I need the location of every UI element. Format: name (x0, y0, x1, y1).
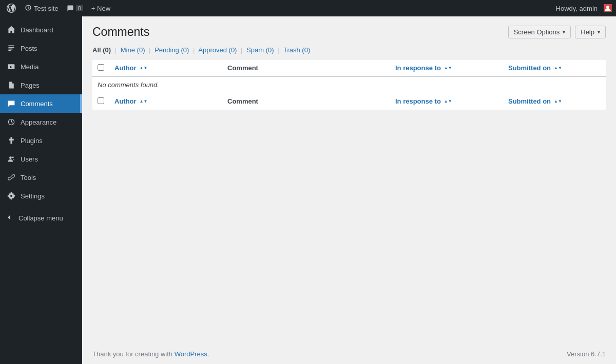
comments-table: Author ▲▼ Comment In response to ▲▼ (92, 60, 606, 110)
new-label: + New (91, 5, 110, 12)
sidebar-item-comments[interactable]: Comments (0, 94, 82, 113)
select-all-checkbox[interactable] (98, 64, 104, 71)
users-icon (6, 154, 16, 164)
footer-checkbox-col (92, 93, 109, 110)
table-header-row: Author ▲▼ Comment In response to ▲▼ (92, 60, 606, 77)
sidebar-label-tools: Tools (21, 174, 36, 181)
footer-response-col: In response to ▲▼ (390, 93, 503, 110)
sidebar-item-posts[interactable]: Posts (0, 39, 82, 57)
sidebar-item-tools[interactable]: Tools (0, 168, 82, 187)
adminbar-new[interactable]: + New (87, 0, 114, 16)
sidebar-item-users[interactable]: Users (0, 150, 82, 168)
filter-pending-link[interactable]: Pending (0) (155, 46, 191, 54)
howdy-text[interactable]: Howdy, admin (552, 5, 602, 12)
wp-link[interactable]: WordPress. (175, 350, 209, 358)
adminbar-comments[interactable]: 0 (63, 0, 87, 16)
sidebar-item-plugins[interactable]: Plugins (0, 131, 82, 150)
sidebar-item-settings[interactable]: Settings (0, 187, 82, 205)
footer-submitted-col: Submitted on ▲▼ (503, 93, 606, 110)
site-icon (25, 4, 32, 13)
wp-logo[interactable] (4, 0, 18, 16)
help-button[interactable]: Help ▾ (575, 26, 606, 38)
svg-point-5 (10, 195, 12, 197)
sidebar-label-users: Users (21, 155, 38, 163)
sidebar-item-media[interactable]: Media (0, 57, 82, 76)
filter-spam-link[interactable]: Spam (0) (246, 46, 276, 54)
comments-count: 0 (76, 5, 83, 11)
submitted-sort-arrows: ▲▼ (554, 66, 562, 70)
sort-submitted-footer-link[interactable]: Submitted on ▲▼ (508, 97, 601, 105)
adminbar-right: Howdy, admin (552, 4, 612, 12)
pages-icon (6, 80, 16, 90)
posts-icon (6, 43, 16, 53)
top-buttons: Screen Options ▾ Help ▾ (508, 26, 606, 38)
sidebar-item-appearance[interactable]: Appearance (0, 113, 82, 131)
svg-point-4 (12, 156, 14, 158)
filter-all-label[interactable]: All (0) (92, 46, 113, 54)
footer-version: Version 6.7.1 (567, 350, 606, 358)
footer-author-col: Author ▲▼ (109, 93, 222, 110)
sidebar-label-pages: Pages (21, 82, 40, 89)
footer-submitted-label: Submitted on (508, 97, 551, 105)
footer-thanks: Thank you for creating with WordPress. (92, 350, 209, 358)
screen-options-chevron: ▾ (563, 29, 565, 35)
submitted-col-label: Submitted on (508, 64, 551, 72)
appearance-icon (6, 117, 16, 127)
help-label: Help (581, 28, 594, 36)
page-title: Comments (92, 25, 149, 40)
sidebar-label-appearance: Appearance (21, 118, 56, 126)
select-all-footer-checkbox[interactable] (98, 97, 104, 104)
filter-approved-link[interactable]: Approved (0) (198, 46, 239, 54)
sidebar-label-media: Media (21, 63, 38, 71)
sort-response-footer-link[interactable]: In response to ▲▼ (395, 97, 498, 105)
sidebar-label-dashboard: Dashboard (21, 26, 53, 34)
top-bar: Comments Screen Options ▾ Help ▾ (92, 25, 606, 40)
sidebar-label-posts: Posts (21, 45, 37, 52)
sidebar-label-plugins: Plugins (21, 137, 43, 145)
footer-response-arrows: ▲▼ (444, 99, 452, 104)
filter-trash-link[interactable]: Trash (0) (283, 46, 310, 54)
admin-avatar[interactable] (604, 4, 612, 12)
footer-author-arrows: ▲▼ (140, 99, 148, 104)
footer-response-label: In response to (395, 97, 441, 105)
header-submitted-col: Submitted on ▲▼ (503, 60, 606, 77)
sidebar-item-pages[interactable]: Pages (0, 76, 82, 94)
response-col-label: In response to (395, 64, 441, 72)
main-content: Comments Screen Options ▾ Help ▾ All (0 (82, 16, 616, 364)
content-wrap: Comments Screen Options ▾ Help ▾ All (0 (82, 16, 616, 344)
empty-message: No comments found. (92, 76, 606, 93)
sidebar-item-dashboard[interactable]: Dashboard (0, 21, 82, 39)
author-col-label: Author (114, 64, 137, 72)
settings-icon (6, 191, 16, 201)
admin-menu: Dashboard Posts Media Pages Comments (0, 16, 82, 364)
footer-submitted-arrows: ▲▼ (554, 99, 562, 104)
comments-icon (6, 98, 16, 109)
plugins-icon (6, 135, 16, 146)
table-row-empty: No comments found. (92, 76, 606, 93)
screen-options-label: Screen Options (514, 28, 560, 36)
sidebar-label-comments: Comments (21, 100, 53, 108)
dashboard-icon (6, 25, 16, 35)
wp-footer: Thank you for creating with WordPress. V… (82, 344, 616, 364)
admin-bar: Test site 0 + New Howdy, admin (0, 0, 616, 16)
header-response-col: In response to ▲▼ (390, 60, 503, 77)
filter-mine-link[interactable]: Mine (0) (121, 46, 147, 54)
sort-submitted-link[interactable]: Submitted on ▲▼ (508, 64, 601, 72)
header-checkbox-col (92, 60, 109, 77)
footer-comment-col: Comment (222, 93, 390, 110)
footer-comment-label: Comment (227, 97, 258, 105)
collapse-label: Collapse menu (18, 214, 63, 222)
adminbar-site[interactable]: Test site (21, 0, 63, 16)
collapse-menu[interactable]: Collapse menu (0, 209, 82, 227)
tools-icon (6, 172, 16, 183)
table-footer-row: Author ▲▼ Comment In response to ▲▼ (92, 93, 606, 110)
screen-options-button[interactable]: Screen Options ▾ (508, 26, 571, 38)
sort-response-link[interactable]: In response to ▲▼ (395, 64, 498, 72)
response-sort-arrows: ▲▼ (444, 66, 452, 70)
header-author-col: Author ▲▼ (109, 60, 222, 77)
filter-bar: All (0) | Mine (0) | Pending (0) | Appro… (92, 46, 606, 54)
sort-author-footer-link[interactable]: Author ▲▼ (114, 97, 217, 105)
sort-author-link[interactable]: Author ▲▼ (114, 64, 217, 72)
sidebar-label-settings: Settings (21, 192, 45, 200)
author-sort-arrows: ▲▼ (140, 66, 148, 70)
